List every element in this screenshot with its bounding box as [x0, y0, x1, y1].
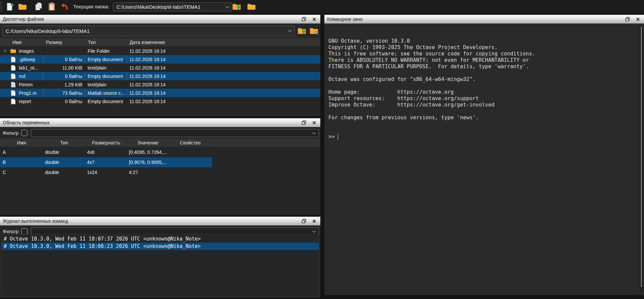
file-name-cell: .gitkeep [0, 55, 43, 63]
header-filler [212, 138, 320, 147]
file-row[interactable]: >imagesFile Folder11.02.2026 18:14 [0, 47, 320, 55]
history-title: Журнал выполненных команд [0, 218, 302, 224]
file-date-cell: 11.02.2026 18:14 [127, 55, 320, 63]
folder-up-button[interactable] [232, 2, 242, 11]
paste-button[interactable] [47, 2, 57, 11]
copy-button[interactable] [34, 2, 44, 11]
column-header-Значение[interactable]: Значение [127, 138, 169, 147]
file-row[interactable]: md0 байтыEmpty document11.02.2026 18:14 [0, 72, 320, 80]
variable-row[interactable]: Adouble4x6[0.4095, 0.7264,... [0, 147, 212, 157]
folder-up-button-2[interactable] [297, 26, 307, 36]
history-entry[interactable]: # Octave 10.3.0, Wed Feb 11 18:08:23 202… [2, 243, 319, 250]
variable-row[interactable]: Cdouble1x244:27 [0, 167, 212, 177]
command-window-title: Командное окно [324, 16, 625, 22]
current-folder-value: C:\Users\Nika\Desktop\it-labs\TEMA1 [117, 4, 226, 10]
file-size-cell [43, 47, 85, 55]
undock-icon[interactable] [625, 17, 630, 22]
new-script-button[interactable] [5, 2, 15, 11]
prompt-label: >> [328, 134, 335, 140]
text-cursor [338, 134, 338, 140]
command-window-panel[interactable]: GNU Octave, version 10.3.0 Copyright (C)… [324, 24, 644, 295]
undo-icon [60, 2, 69, 11]
chevron-down-icon [225, 4, 229, 8]
variable-name-cell: B [0, 160, 43, 165]
file-date-cell: 11.02.2026 18:14 [127, 80, 320, 89]
command-window-titlebar[interactable]: Командное окно ✕ [324, 15, 644, 24]
filter-label: Фильтр [3, 130, 18, 136]
file-row[interactable]: report0 байтыEmpty document11.02.2026 18… [0, 97, 320, 105]
file-type-cell: text/plain [85, 80, 127, 89]
workspace-filter-combobox[interactable] [31, 129, 319, 137]
variable-dim-cell: 4x7 [85, 160, 127, 165]
file-icon [9, 65, 17, 71]
expand-chevron-icon[interactable]: > [3, 48, 7, 53]
file-row[interactable]: lab1_ot...11,00 KiBtext/plain11.02.2026 … [0, 63, 320, 72]
workspace-titlebar[interactable]: Область переменных ✕ [0, 118, 320, 127]
current-folder-combobox[interactable]: C:\Users\Nika\Desktop\it-labs\TEMA1 [113, 2, 232, 11]
file-name-label: md [19, 74, 25, 79]
file-browser-path-combobox[interactable]: C:/Users/Nika/Desktop/it-labs/TEMA1 [2, 26, 295, 36]
column-header-Имя[interactable]: Имя [0, 38, 43, 46]
column-header-Свойство[interactable]: Свойство [169, 138, 212, 147]
filter-checkbox[interactable] [21, 228, 28, 234]
history-panel: Фильтр # Octave 10.3.0, Wed Feb 11 18:07… [0, 225, 320, 298]
paste-clipboard-icon [47, 2, 56, 11]
folder-actions-button[interactable] [309, 26, 319, 36]
history-titlebar[interactable]: Журнал выполненных команд ✕ [0, 217, 320, 225]
undock-icon[interactable] [302, 17, 306, 22]
variable-row[interactable]: Bdouble4x7[0.9076, 0.9095,... [0, 157, 212, 167]
undock-icon[interactable] [302, 219, 306, 223]
open-file-button[interactable] [17, 2, 28, 11]
undo-button[interactable] [59, 2, 70, 11]
workspace-filter-row: Фильтр [0, 129, 320, 138]
column-header-Размерность[interactable]: Размерность [85, 138, 127, 147]
close-panel-icon[interactable]: ✕ [312, 120, 316, 125]
file-name-cell: >images [0, 47, 43, 55]
column-header-Тип[interactable]: Тип [85, 38, 127, 46]
file-browser-title: Диспетчер файлов [0, 16, 302, 22]
current-folder-label: Текущая папка: [73, 4, 109, 9]
variable-type-cell: double [43, 170, 85, 175]
undock-icon[interactable] [302, 120, 306, 125]
variable-dim-cell: 1x24 [85, 170, 127, 175]
file-browser-titlebar[interactable]: Диспетчер файлов ✕ [0, 15, 320, 24]
scrollbar-thumb[interactable] [641, 27, 642, 287]
console-output[interactable]: GNU Octave, version 10.3.0 Copyright (C)… [328, 25, 638, 294]
toolbar-drag-handle[interactable] [1, 2, 2, 12]
file-name-cell: Prog1.m [0, 89, 43, 97]
column-header-Имя[interactable]: Имя [0, 138, 43, 147]
folder-icon [247, 2, 256, 11]
file-row[interactable]: .gitkeep0 байтыEmpty document11.02.2026 … [0, 55, 320, 63]
chevron-down-icon [312, 229, 316, 232]
chevron-down-icon [288, 28, 291, 32]
file-type-cell: Empty document [85, 55, 127, 63]
close-panel-icon[interactable]: ✕ [312, 17, 316, 22]
column-header-Тип[interactable]: Тип [43, 138, 85, 147]
workspace-table-header: ИмяТипРазмерностьЗначениеСвойство [0, 138, 320, 147]
history-entry[interactable]: # Octave 10.3.0, Wed Feb 11 18:07:37 202… [2, 235, 319, 243]
column-header-Размер[interactable]: Размер [43, 38, 85, 46]
vertical-scrollbar[interactable] [639, 27, 643, 292]
file-name-cell: md [0, 72, 43, 80]
file-icon [9, 56, 17, 62]
open-folder-icon [18, 2, 27, 11]
file-date-cell: 11.02.2026 18:14 [127, 72, 320, 80]
close-panel-icon[interactable]: ✕ [312, 219, 316, 224]
file-name-cell: lab1_ot... [0, 63, 43, 72]
chevron-down-icon [312, 130, 316, 134]
close-panel-icon[interactable]: ✕ [636, 17, 640, 22]
file-table-header: ИмяРазмерТипДата изменения [0, 38, 320, 47]
browse-folder-button[interactable] [246, 2, 257, 11]
column-header-Дата изменения[interactable]: Дата изменения [127, 38, 320, 46]
file-size-cell: 1,29 KiB [43, 80, 85, 89]
file-size-cell: 73 байты [43, 89, 85, 97]
filter-checkbox[interactable] [21, 130, 28, 136]
copy-icon [34, 2, 43, 11]
file-row[interactable]: Perem1,29 KiBtext/plain11.02.2026 18:14 [0, 80, 320, 89]
file-icon [9, 98, 17, 104]
file-icon [9, 90, 17, 96]
file-row[interactable]: Prog1.m73 байтыMatlab source c...11.02.2… [0, 89, 320, 97]
main-toolbar: Текущая папка: C:\Users\Nika\Desktop\it-… [0, 0, 644, 13]
file-size-cell: 11,00 KiB [43, 63, 85, 72]
file-size-cell: 0 байты [43, 55, 85, 63]
